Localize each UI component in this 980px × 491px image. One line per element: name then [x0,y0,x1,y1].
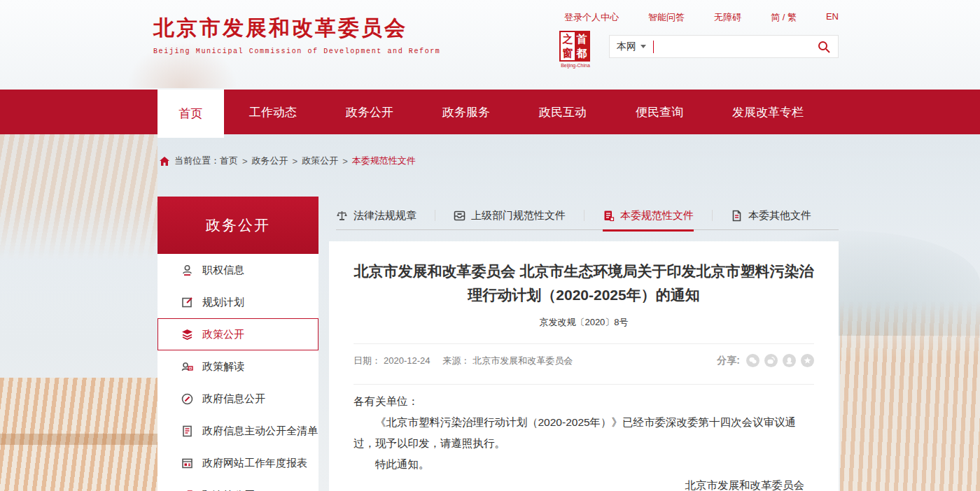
sidebar-item-label: 政策公开 [202,328,244,341]
breadcrumb: 当前位置： 首页 > 政务公开 > 政策公开 > 本委规范性文件 [160,155,416,167]
weibo-share-button[interactable] [764,354,778,367]
sidebar-item-label: 政府信息主动公开全清单 [202,425,318,438]
sidebar-item-label: 政策解读 [202,360,244,373]
sidebar-header: 政务公开 [158,197,318,254]
nav-item-public-interaction[interactable]: 政民互动 [538,90,588,134]
nav-item-gov-disclosure[interactable]: 政务公开 [344,90,395,134]
more-share-button[interactable] [801,354,814,367]
salutation: 各有关单位： [354,391,814,412]
smart-qa-link[interactable]: 智能问答 [648,11,685,24]
breadcrumb-separator: > [293,156,298,166]
tab-superior-normative-docs[interactable]: 上级部门规范性文件 [454,201,566,230]
seal-char: 之 [561,32,575,46]
sidebar-item-policy-interpretation[interactable]: 政策解读 [158,350,318,383]
sidebar-item-label: 职权信息 [202,264,244,277]
chevron-down-icon [640,45,646,48]
tab-divider [435,210,435,221]
sidebar-item-label: 政府网站工作年度报表 [202,457,307,470]
law-icon [336,210,348,222]
policy-interpretation-icon [181,361,193,373]
source-value: 北京市发展和改革委员会 [472,355,573,366]
sidebar-item-budget-disclosure[interactable]: 预决算公开 [158,479,318,491]
breadcrumb-separator: > [342,156,348,166]
tab-divider [584,210,584,221]
planning-icon [181,297,193,308]
nav-item-gov-services[interactable]: 政务服务 [441,90,491,134]
source-label: 来源： [442,355,470,366]
site-title: 北京市发展和改革委员会 [153,14,440,43]
date-label: 日期： [354,355,381,366]
seal-char: 窗 [561,46,575,60]
simplified-traditional-toggle[interactable]: 简 / 繁 [771,11,797,24]
sidebar-item-planning[interactable]: 规划计划 [158,286,318,318]
page: 北京市发展和改革委员会 Beijing Municipal Commission… [0,0,980,491]
share-label: 分享: [717,355,740,367]
site-logo[interactable]: 北京市发展和改革委员会 Beijing Municipal Commission… [153,14,440,55]
breadcrumb-separator: > [242,156,248,166]
policy-disclosure-icon [181,329,193,341]
sidebar-item-policy-disclosure[interactable]: 政策公开 [158,318,318,350]
seal-char: 首 [575,32,589,46]
nav-item-work-news[interactable]: 工作动态 [248,90,298,134]
article-card: 北京市发展和改革委员会 北京市生态环境局关于印发北京市塑料污染治理行动计划（20… [329,241,839,491]
nav-item-convenience-search[interactable]: 便民查询 [634,90,685,134]
breadcrumb-current: 本委规范性文件 [352,155,416,167]
paragraph-2: 特此通知。 [354,454,814,475]
tab-label: 本委其他文件 [748,209,811,222]
document-type-tabs: 法律法规规章 上级部门规范性文件 本委规范性文件 本委其他文件 [336,201,839,230]
tab-laws-regulations[interactable]: 法律法规规章 [336,201,416,230]
superior-docs-icon [454,210,465,222]
tab-other-commission-docs[interactable]: 本委其他文件 [731,201,811,230]
breadcrumb-prefix: 当前位置： [174,155,220,167]
disclosure-list-icon [181,425,193,437]
site-title-english: Beijing Municipal Commission of Developm… [153,48,440,55]
search-icon [817,40,831,54]
capital-window-seal-logo[interactable]: 之 首 窗 都 Beijing-China [559,31,592,68]
nav-item-home[interactable]: 首页 [158,90,224,138]
tab-label: 本委规范性文件 [620,209,694,222]
utility-links: 登录个人中心 智能问答 无障碍 简 / 繁 EN [564,11,839,24]
article-title: 北京市发展和改革委员会 北京市生态环境局关于印发北京市塑料污染治理行动计划（20… [354,259,814,307]
sidebar-item-disclosure-list[interactable]: 政府信息主动公开全清单 [158,415,318,447]
seal-caption: Beijing-China [559,63,592,68]
article-meta: 日期：2020-12-24 来源：北京市发展和改革委员会 分享: [354,343,814,385]
sidebar-item-gov-info-disclosure[interactable]: 政府信息公开 [158,383,318,415]
english-link[interactable]: EN [826,11,839,24]
breadcrumb-home[interactable]: 首页 [220,155,238,167]
sidebar-item-authority-info[interactable]: 职权信息 [158,254,318,286]
home-icon [160,157,169,166]
search-bar: 本网 [609,35,839,58]
signature: 北京市发展和改革委员会 [354,475,814,491]
nav-item-reform-special[interactable]: 发展改革专栏 [731,90,805,134]
document-number: 京发改规〔2020〕8号 [354,316,814,329]
background-rooftop-right [840,301,980,491]
breadcrumb-policy-disclosure[interactable]: 政策公开 [302,155,338,167]
seal-icon: 之 首 窗 都 [559,31,590,62]
tab-divider [712,210,713,221]
login-personal-center-link[interactable]: 登录个人中心 [564,11,619,24]
text-cursor [653,41,654,53]
qq-icon [785,357,793,364]
sidebar-item-label: 规划计划 [202,296,244,309]
wechat-share-button[interactable] [746,354,760,367]
accessibility-link[interactable]: 无障碍 [714,11,741,24]
date-value: 2020-12-24 [384,355,430,366]
sidebar-item-label: 预决算公开 [202,489,255,491]
weibo-icon [767,357,775,364]
sidebar: 职权信息 规划计划 政策公开 政策解读 政府信息公开 [158,254,318,491]
annual-report-icon [181,457,193,469]
tab-label: 上级部门规范性文件 [471,209,566,222]
tab-commission-normative-docs[interactable]: 本委规范性文件 [603,201,694,230]
search-scope-dropdown[interactable]: 本网 [617,41,646,53]
search-input[interactable] [657,41,817,52]
commission-normative-icon [603,210,615,222]
breadcrumb-gov-disclosure[interactable]: 政务公开 [252,155,288,167]
article-date-source: 日期：2020-12-24 来源：北京市发展和改革委员会 [354,355,573,367]
tab-label: 法律法规规章 [354,209,416,222]
seal-char: 都 [575,46,589,60]
sidebar-item-annual-report[interactable]: 政府网站工作年度报表 [158,447,318,479]
search-scope-label: 本网 [617,41,636,53]
search-button[interactable] [817,40,831,54]
authority-info-icon [181,264,193,276]
qq-share-button[interactable] [783,354,796,367]
